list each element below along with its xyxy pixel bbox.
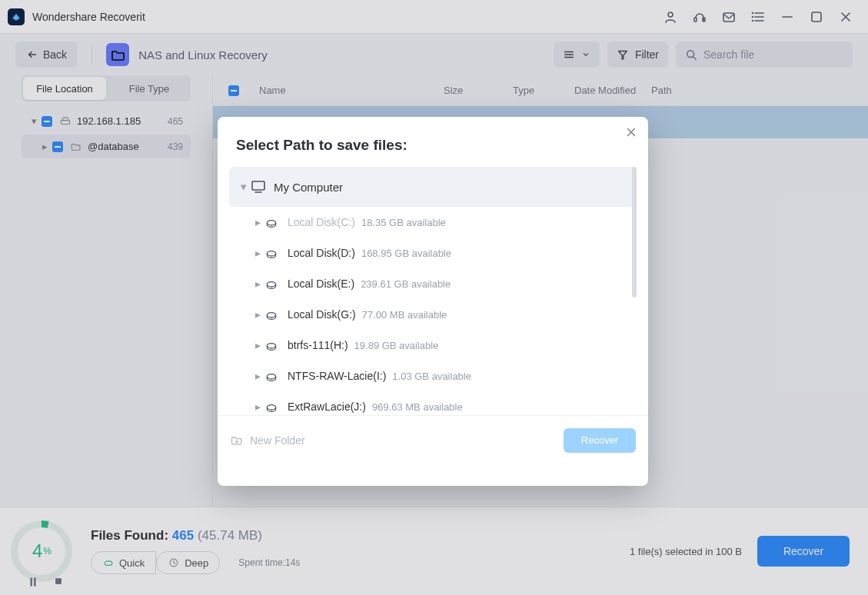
caret-right-icon: ▸ bbox=[251, 308, 264, 321]
progress-unit: % bbox=[43, 546, 52, 557]
sidebar: File Location File Type ▾ 192.168.1.185 … bbox=[0, 75, 212, 507]
pause-icon[interactable] bbox=[28, 577, 38, 587]
filter-button[interactable]: Filter bbox=[607, 42, 668, 68]
support-icon[interactable] bbox=[685, 2, 714, 32]
path-disk[interactable]: ▸ExtRawLacie(J:)969.63 MB available bbox=[229, 391, 637, 415]
caret-right-icon: ▸ bbox=[40, 141, 49, 152]
tree-item-database[interactable]: ▸ @database 439 bbox=[22, 135, 191, 158]
path-disk[interactable]: ▸Local Disk(E:)239.61 GB available bbox=[229, 268, 637, 299]
recovery-mode-icon bbox=[106, 43, 129, 66]
disk-available: 969.63 MB available bbox=[372, 401, 463, 413]
save-path-dialog: Select Path to save files: ▾ My Computer… bbox=[218, 117, 648, 486]
tab-file-type[interactable]: File Type bbox=[108, 75, 191, 101]
checkbox-indeterminate[interactable] bbox=[42, 116, 52, 127]
disk-name: Local Disk(C:) bbox=[288, 216, 355, 228]
disk-name: Local Disk(D:) bbox=[288, 247, 355, 259]
caret-down-icon: ▾ bbox=[29, 115, 38, 127]
caret-right-icon: ▸ bbox=[251, 401, 264, 413]
tree-count: 439 bbox=[168, 141, 183, 152]
tab-file-location[interactable]: File Location bbox=[23, 77, 106, 100]
disk-available: 239.61 GB available bbox=[361, 278, 451, 290]
disk-available: 168.95 GB available bbox=[361, 248, 451, 259]
tree-count: 465 bbox=[168, 116, 183, 127]
hdd-icon bbox=[264, 401, 280, 413]
minimize-icon[interactable] bbox=[773, 2, 802, 32]
disk-name: btrfs-111(H:) bbox=[288, 339, 348, 351]
header-checkbox[interactable] bbox=[228, 85, 239, 96]
recovery-mode-label: NAS and Linux Recovery bbox=[138, 48, 268, 61]
progress-value: 4 bbox=[32, 540, 42, 562]
close-icon[interactable] bbox=[831, 2, 860, 32]
back-button[interactable]: Back bbox=[15, 42, 78, 68]
path-disk[interactable]: ▸btrfs-111(H:)19.89 GB available bbox=[229, 330, 637, 361]
maximize-icon[interactable] bbox=[802, 2, 831, 32]
path-disk: ▸Local Disk(C:)18.35 GB available bbox=[229, 207, 637, 238]
new-folder-button[interactable]: New Folder bbox=[230, 434, 305, 447]
title-bar: Wondershare Recoverit bbox=[0, 0, 868, 34]
caret-right-icon: ▸ bbox=[251, 278, 264, 290]
disk-name: NTFS-RAW-Lacie(I:) bbox=[288, 370, 386, 382]
tree-label: 192.168.1.185 bbox=[77, 115, 141, 127]
path-disk[interactable]: ▸NTFS-RAW-Lacie(I:)1.03 GB available bbox=[229, 361, 637, 391]
files-found-line: Files Found: 465 (45.74 MB) bbox=[91, 528, 300, 543]
spent-time: Spent time:14s bbox=[238, 557, 300, 568]
caret-right-icon: ▸ bbox=[251, 370, 264, 382]
caret-down-icon: ▾ bbox=[237, 180, 251, 194]
checkbox-indeterminate[interactable] bbox=[52, 141, 63, 152]
hdd-icon bbox=[264, 216, 280, 228]
col-type[interactable]: Type bbox=[513, 85, 574, 96]
path-list: ▾ My Computer ▸Local Disk(C:)18.35 GB av… bbox=[228, 166, 637, 415]
col-size[interactable]: Size bbox=[444, 85, 513, 96]
bottom-bar: 4% Files Found: 465 (45.74 MB) Quick Dee… bbox=[0, 507, 868, 595]
tree-label: @database bbox=[88, 141, 139, 152]
list-header: Name Size Type Date Modified Path bbox=[213, 75, 868, 106]
search-input[interactable] bbox=[703, 48, 843, 61]
dialog-recover-button[interactable]: Recover bbox=[564, 428, 636, 453]
toolbar: Back NAS and Linux Recovery Filter bbox=[0, 34, 868, 75]
dialog-footer: New Folder Recover bbox=[218, 415, 648, 464]
path-disk[interactable]: ▸Local Disk(D:)168.95 GB available bbox=[229, 238, 637, 268]
disk-available: 18.35 GB available bbox=[361, 217, 446, 228]
caret-right-icon: ▸ bbox=[251, 339, 264, 351]
disk-name: Local Disk(G:) bbox=[288, 308, 356, 321]
view-mode-button[interactable] bbox=[554, 42, 600, 68]
monitor-icon bbox=[251, 179, 266, 194]
mail-icon[interactable] bbox=[714, 2, 743, 32]
account-icon[interactable] bbox=[656, 2, 685, 32]
caret-right-icon: ▸ bbox=[251, 216, 264, 228]
stop-icon[interactable] bbox=[54, 577, 63, 586]
scan-mode-deep[interactable]: Deep bbox=[156, 551, 220, 574]
path-my-computer[interactable]: ▾ My Computer bbox=[229, 167, 637, 207]
hdd-icon bbox=[264, 308, 280, 321]
hdd-icon bbox=[264, 247, 280, 259]
search-box[interactable] bbox=[676, 42, 853, 68]
hdd-icon bbox=[264, 370, 280, 382]
dialog-close-icon[interactable] bbox=[625, 126, 637, 141]
disk-available: 77.00 MB available bbox=[362, 309, 447, 321]
tree-item-ip[interactable]: ▾ 192.168.1.185 465 bbox=[22, 109, 191, 133]
sidebar-tabs: File Location File Type bbox=[22, 75, 191, 101]
disk-available: 1.03 GB available bbox=[392, 371, 471, 382]
scrollbar[interactable] bbox=[632, 167, 637, 298]
hdd-icon bbox=[264, 339, 280, 351]
col-path[interactable]: Path bbox=[651, 85, 853, 96]
progress-donut: 4% bbox=[11, 520, 72, 582]
disk-name: ExtRawLacie(J:) bbox=[288, 401, 366, 413]
app-logo bbox=[8, 8, 25, 25]
dialog-title: Select Path to save files: bbox=[218, 117, 648, 166]
disk-available: 19.89 GB available bbox=[354, 340, 439, 351]
disk-name: Local Disk(E:) bbox=[288, 278, 354, 290]
filter-label: Filter bbox=[635, 48, 659, 61]
menu-icon[interactable] bbox=[743, 2, 773, 32]
scan-mode-quick[interactable]: Quick bbox=[91, 551, 156, 574]
app-title: Wondershare Recoverit bbox=[32, 11, 145, 23]
back-label: Back bbox=[43, 48, 67, 61]
hdd-icon bbox=[264, 278, 280, 290]
recover-button[interactable]: Recover bbox=[757, 536, 850, 567]
caret-right-icon: ▸ bbox=[251, 247, 264, 259]
scan-mode-toggle: Quick Deep Spent time:14s bbox=[91, 551, 300, 574]
selection-info: 1 file(s) selected in 100 B bbox=[630, 546, 742, 557]
col-name[interactable]: Name bbox=[259, 85, 444, 96]
col-date[interactable]: Date Modified bbox=[574, 85, 651, 96]
path-disk[interactable]: ▸Local Disk(G:)77.00 MB available bbox=[229, 299, 637, 330]
